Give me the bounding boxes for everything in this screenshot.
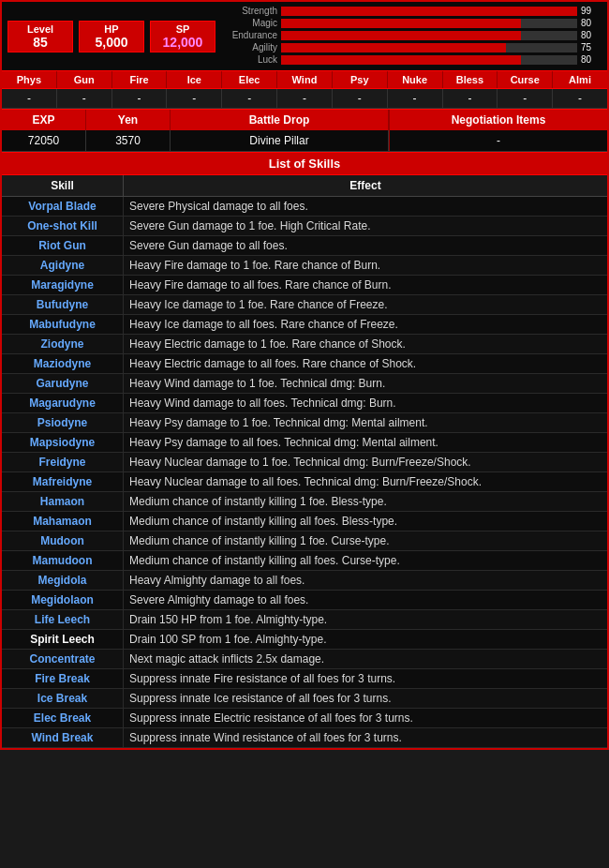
skill-row: Riot Gun Severe Gun damage to all foes. xyxy=(2,236,607,256)
skill-name: Riot Gun xyxy=(2,236,124,255)
skill-name: One-shot Kill xyxy=(2,217,124,235)
bar-fill xyxy=(281,31,521,40)
bar-label: Strength xyxy=(221,6,277,16)
skill-name: Freidyne xyxy=(2,453,124,471)
skill-name: Vorpal Blade xyxy=(2,197,124,216)
skill-effect: Severe Physical damage to all foes. xyxy=(124,197,607,216)
skill-effect: Heavy Ice damage to 1 foe. Rare chance o… xyxy=(124,295,607,314)
skill-row: Maragidyne Heavy Fire damage to all foes… xyxy=(2,276,607,295)
skill-name: Ice Break xyxy=(2,689,124,708)
hp-box: HP 5,000 xyxy=(79,21,144,52)
skill-effect: Medium chance of instantly killing 1 foe… xyxy=(124,492,607,511)
skill-effect: Heavy Fire damage to all foes. Rare chan… xyxy=(124,276,607,294)
sp-label: SP xyxy=(176,23,190,35)
skill-effect: Heavy Nuclear damage to 1 foe. Technical… xyxy=(124,453,607,471)
skill-row: Mahamaon Medium chance of instantly kill… xyxy=(2,512,607,531)
affinity-header-cell: Gun xyxy=(57,71,112,88)
skill-name: Megidola xyxy=(2,571,124,590)
skill-effect: Heavy Almighty damage to all foes. xyxy=(124,571,607,590)
skill-row: Psiodyne Heavy Psy damage to 1 foe. Tech… xyxy=(2,413,607,433)
exp-header: EXP xyxy=(2,110,86,130)
bar-fill xyxy=(281,43,506,52)
affinity-value-cell: - xyxy=(443,89,498,108)
skill-effect: Severe Gun damage to all foes. xyxy=(124,236,607,255)
affinity-header-cell: Ice xyxy=(167,71,222,88)
bar-track xyxy=(281,43,577,52)
skill-row: Magarudyne Heavy Wind damage to all foes… xyxy=(2,394,607,413)
bar-value: 80 xyxy=(581,18,602,28)
skill-effect: Heavy Electric damage to all foes. Rare … xyxy=(124,354,607,373)
stat-bar-row: Magic 80 xyxy=(221,18,602,28)
skill-row: One-shot Kill Severe Gun damage to 1 foe… xyxy=(2,217,607,236)
affinity-value-cell: - xyxy=(333,89,388,108)
skill-name: Wind Break xyxy=(2,728,124,747)
skill-name: Magarudyne xyxy=(2,394,124,412)
affinity-header-cell: Bless xyxy=(443,71,498,88)
skill-row: Vorpal Blade Severe Physical damage to a… xyxy=(2,197,607,217)
hp-label: HP xyxy=(104,23,118,35)
yen-value: 3570 xyxy=(86,130,171,151)
skill-name: Fire Break xyxy=(2,669,124,688)
bar-value: 80 xyxy=(581,30,602,40)
sp-box: SP 12,000 xyxy=(150,21,215,52)
skill-row: Elec Break Suppress innate Electric resi… xyxy=(2,709,607,728)
skill-row: Agidyne Heavy Fire damage to 1 foe. Rare… xyxy=(2,256,607,276)
bar-value: 75 xyxy=(581,42,602,52)
skill-effect: Drain 150 HP from 1 foe. Almighty-type. xyxy=(124,610,607,629)
skill-row: Concentrate Next magic attack inflicts 2… xyxy=(2,650,607,669)
bar-track xyxy=(281,19,577,28)
skill-effect: Heavy Psy damage to 1 foe. Technical dmg… xyxy=(124,413,607,432)
affinity-value-cell: - xyxy=(2,89,57,108)
skill-row: Wind Break Suppress innate Wind resistan… xyxy=(2,728,607,748)
yen-header: Yen xyxy=(86,110,171,130)
stat-bar-row: Endurance 80 xyxy=(221,30,602,40)
skill-effect: Suppress innate Electric resistance of a… xyxy=(124,709,607,727)
skill-effect: Next magic attack inflicts 2.5x damage. xyxy=(124,650,607,668)
skill-effect: Medium chance of instantly killing all f… xyxy=(124,551,607,570)
skill-row: Bufudyne Heavy Ice damage to 1 foe. Rare… xyxy=(2,295,607,315)
hp-value: 5,000 xyxy=(95,35,127,50)
skill-name: Mudoon xyxy=(2,531,124,550)
bar-label: Agility xyxy=(221,42,277,52)
affinity-header-row: PhysGunFireIceElecWindPsyNukeBlessCurseA… xyxy=(2,70,607,89)
level-value: 85 xyxy=(33,35,48,50)
skill-name: Spirit Leech xyxy=(2,630,124,649)
skill-effect: Heavy Fire damage to 1 foe. Rare chance … xyxy=(124,256,607,275)
bar-value: 80 xyxy=(581,54,602,65)
level-box: Level 85 xyxy=(7,21,73,52)
skill-name: Megidolaon xyxy=(2,591,124,609)
info-header-row: EXP Yen Battle Drop Negotiation Items xyxy=(2,109,607,130)
drop-header: Battle Drop xyxy=(171,110,389,130)
skill-row: Megidolaon Severe Almighty damage to all… xyxy=(2,591,607,610)
skill-name: Mafreidyne xyxy=(2,472,124,491)
neg-value: - xyxy=(389,130,607,151)
skill-effect: Severe Gun damage to 1 foe. High Critica… xyxy=(124,217,607,235)
skill-effect: Severe Almighty damage to all foes. xyxy=(124,591,607,609)
skill-name: Mapsiodyne xyxy=(2,433,124,452)
skill-name: Mamudoon xyxy=(2,551,124,570)
drop-value: Divine Pillar xyxy=(171,130,389,151)
affinity-header-cell: Wind xyxy=(277,71,333,88)
skill-row: Freidyne Heavy Nuclear damage to 1 foe. … xyxy=(2,453,607,472)
affinity-header-cell: Curse xyxy=(498,71,553,88)
skill-name: Mahamaon xyxy=(2,512,124,531)
affinity-value-row: ----------- xyxy=(2,89,607,109)
affinity-value-cell: - xyxy=(277,89,333,108)
affinity-value-cell: - xyxy=(388,89,443,108)
bar-fill xyxy=(281,19,521,28)
affinity-header-cell: Phys xyxy=(2,71,57,88)
skill-name: Garudyne xyxy=(2,374,124,393)
skill-name: Ziodyne xyxy=(2,335,124,353)
bar-label: Magic xyxy=(221,18,277,28)
skill-name: Bufudyne xyxy=(2,295,124,314)
effect-col-header: Effect xyxy=(124,175,607,196)
skills-list: Vorpal Blade Severe Physical damage to a… xyxy=(2,197,607,748)
skill-name: Agidyne xyxy=(2,256,124,275)
skill-effect: Heavy Nuclear damage to all foes. Techni… xyxy=(124,472,607,491)
stats-header: Level 85 HP 5,000 SP 12,000 Strength 99 … xyxy=(2,2,607,70)
main-container: Level 85 HP 5,000 SP 12,000 Strength 99 … xyxy=(0,0,609,750)
affinity-header-cell: Almi xyxy=(553,71,607,88)
bar-value: 99 xyxy=(581,6,602,16)
skill-name: Life Leech xyxy=(2,610,124,629)
skill-name: Maragidyne xyxy=(2,276,124,294)
